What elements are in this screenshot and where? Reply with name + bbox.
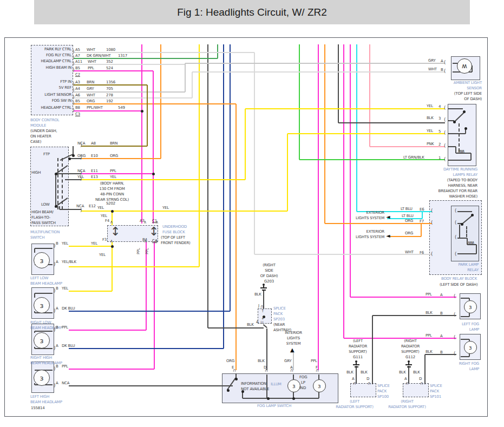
wire-dkblu bbox=[223, 44, 224, 349]
diagram-label: PACK bbox=[273, 312, 283, 317]
diagram-label: ʍʍ bbox=[468, 241, 474, 246]
wire-ltblu bbox=[356, 44, 357, 212]
diagram-label: ↕ bbox=[110, 225, 120, 238]
wire-yel bbox=[69, 291, 112, 292]
wire-blk bbox=[459, 225, 460, 238]
diagram-label: IND bbox=[299, 386, 306, 391]
wire-gry bbox=[185, 63, 445, 64]
diagram-label: ) bbox=[54, 327, 55, 333]
diagram-label: ( bbox=[455, 208, 456, 214]
diagram-label: PPL bbox=[426, 293, 432, 297]
diagram-label: (TOP OF LEFT bbox=[161, 236, 185, 240]
diagram-label: OF DASH) bbox=[253, 274, 285, 279]
diagram-label: (BODY HARN, bbox=[82, 182, 142, 186]
diagram-label: ( bbox=[444, 117, 446, 123]
diagram-label: BLK bbox=[346, 371, 354, 375]
diagram-label: ) bbox=[73, 49, 74, 55]
diagram-label: BLK bbox=[361, 371, 368, 375]
diagram-label: PARK RLY CTRL bbox=[34, 48, 71, 52]
diagram-label: LOW bbox=[41, 203, 49, 207]
diagram-label: ) bbox=[73, 88, 74, 93]
wire-blk bbox=[55, 175, 56, 206]
wire-blk bbox=[461, 356, 469, 357]
diagram-label: B bbox=[56, 287, 58, 291]
diagram-label: ʍʍ bbox=[458, 149, 464, 154]
diagram-label: SP101 bbox=[430, 395, 441, 399]
diagram-label: E13 bbox=[91, 175, 98, 180]
diagram-label: B bbox=[56, 365, 58, 369]
diagram-label: LP bbox=[301, 381, 305, 385]
diagram-label: NEAR STRNG COL) bbox=[82, 198, 142, 202]
g111-ground bbox=[353, 360, 359, 367]
diagram-label: YEL bbox=[110, 175, 116, 180]
junction-dot bbox=[111, 245, 114, 248]
diagram-label: SP100 bbox=[377, 395, 389, 399]
junction-dot bbox=[292, 397, 295, 400]
diagram-label: ORG bbox=[110, 154, 118, 159]
diagram-label: LIGHTS SYSTEM bbox=[346, 216, 384, 221]
wire-yel bbox=[287, 133, 445, 134]
diagram-label: SIDE bbox=[253, 269, 285, 273]
diagram-label: ( bbox=[454, 294, 455, 299]
diagram-label: FOG LAMP SWITCH bbox=[257, 404, 291, 409]
diagram-label: HEADLAMP CTRL bbox=[34, 106, 71, 110]
diagram-label: 2 bbox=[438, 143, 441, 147]
wire-blk bbox=[35, 331, 53, 332]
diagram-label: A bbox=[256, 320, 259, 325]
junction-dot bbox=[68, 157, 71, 160]
diagram-label: GRY bbox=[284, 359, 292, 364]
diagram-label: ∩ bbox=[353, 382, 356, 386]
diagram-label: YEL bbox=[62, 242, 68, 246]
diagram-label: BLK bbox=[426, 311, 433, 316]
junction-dot bbox=[453, 121, 456, 123]
wire-blk bbox=[448, 160, 471, 161]
wire-blk bbox=[461, 298, 469, 299]
wire-org bbox=[421, 224, 422, 237]
wire-blk bbox=[34, 311, 35, 313]
wire-blk bbox=[34, 347, 35, 349]
wire-blk bbox=[457, 253, 476, 254]
diagram-label: ) bbox=[73, 101, 74, 106]
diagram-label: ( bbox=[431, 208, 433, 214]
diagram-label: EXTERIOR bbox=[346, 230, 384, 234]
wire-wht bbox=[254, 52, 255, 254]
diagram-label: ILLUM bbox=[271, 383, 282, 387]
wire-yel bbox=[69, 266, 199, 267]
wire-blk bbox=[448, 108, 463, 109]
wire-blk bbox=[466, 226, 467, 237]
diagram-label: RADIATOR SUPPORT) bbox=[377, 405, 437, 410]
diagram-label: A3 bbox=[75, 81, 80, 85]
diagram-label: (NEAR bbox=[273, 323, 285, 327]
diagram-label: ∧ bbox=[155, 239, 158, 244]
diagram-label: B bbox=[440, 312, 443, 316]
wire-blk bbox=[34, 331, 35, 333]
wire-blk bbox=[459, 123, 460, 152]
wire-wht bbox=[74, 52, 254, 53]
diagram-label: PPL bbox=[146, 248, 150, 254]
diagram-label: 524 bbox=[106, 67, 113, 71]
wire-yel bbox=[287, 134, 288, 211]
wire-blk bbox=[318, 375, 319, 379]
diagram-label: RIGHT LOW bbox=[30, 321, 51, 325]
diagram-label: E10 bbox=[91, 154, 98, 159]
diagram-label: GRY bbox=[87, 87, 94, 91]
diagram-label: FOG RLY CTRL bbox=[34, 54, 71, 58]
diagram-label: F6 bbox=[420, 251, 424, 255]
diagram-label: CASE) bbox=[30, 140, 41, 144]
diagram-label: ) bbox=[80, 170, 82, 176]
diagram-label: 1356 bbox=[106, 81, 115, 85]
diagram-label: ∧ bbox=[110, 220, 113, 225]
diagram-label: DAYTIME RUNNING bbox=[402, 168, 477, 172]
wiring-diagram-page: Fig 1: Headlights Circuit, W/ ZR2 ɜɜɜɜɜɜ… bbox=[0, 0, 504, 427]
diagram-label: A8 bbox=[91, 142, 96, 146]
wire-blk bbox=[338, 44, 339, 123]
diagram-label: WHT bbox=[405, 251, 414, 255]
diagram-label: ) bbox=[54, 308, 55, 314]
diagram-label: 1080 bbox=[106, 48, 115, 52]
diagram-label: ) bbox=[73, 68, 74, 73]
diagram-label: A bbox=[56, 344, 58, 349]
diagram-label: HARNESS, NEAR bbox=[402, 184, 477, 188]
diagram-label: (TOP LEFT SIDE bbox=[428, 92, 482, 96]
diagram-label: BLK bbox=[254, 293, 261, 297]
diagram-label: 5V REF bbox=[34, 86, 71, 90]
